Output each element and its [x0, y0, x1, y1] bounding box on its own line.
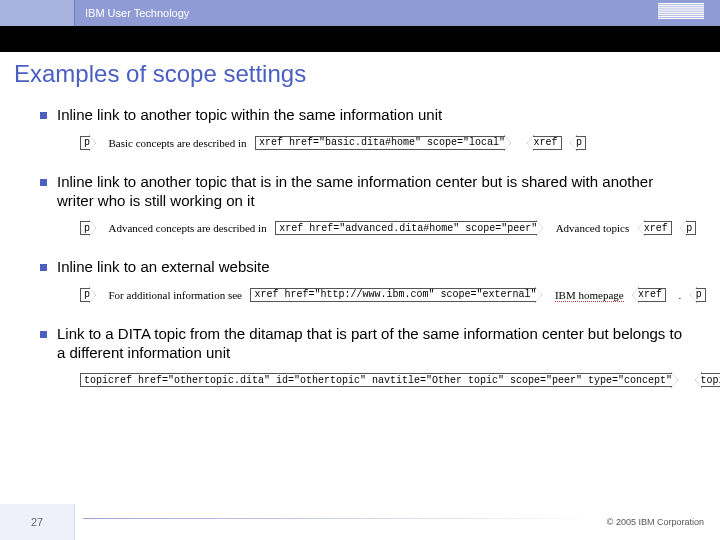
bullet-item: Link to a DITA topic from the ditamap th… — [40, 325, 692, 363]
page-title: Examples of scope settings — [0, 52, 720, 100]
code-content: IBM homepage — [555, 289, 624, 302]
tag-p-close: p — [696, 288, 706, 302]
code-row: p Basic concepts are described in xref h… — [80, 133, 692, 151]
bullet-text: Inline link to another topic within the … — [57, 106, 442, 125]
bullet-item: Inline link to another topic that is in … — [40, 173, 692, 211]
header-gutter — [0, 0, 75, 26]
svg-rect-1 — [658, 5, 704, 6]
bullet-text: Inline link to an external website — [57, 258, 270, 277]
tag-xref-open: xref href="http://www.ibm.com" scope="ex… — [250, 288, 536, 302]
svg-rect-5 — [658, 14, 704, 15]
ibm-logo — [658, 3, 720, 23]
black-strip — [0, 26, 720, 52]
copyright: © 2005 IBM Corporation — [607, 517, 720, 527]
page-number: 27 — [0, 504, 75, 540]
tag-xref-close: xref — [644, 221, 672, 235]
svg-rect-4 — [658, 11, 704, 12]
tag-p-open: p — [80, 288, 90, 302]
tag-p-close: p — [576, 136, 586, 150]
code-text: Advanced concepts are described in — [108, 222, 266, 234]
tag-p-close: p — [686, 221, 696, 235]
svg-rect-6 — [658, 16, 704, 17]
code-text: For additional information see — [108, 289, 242, 301]
tag-xref-close: xref — [533, 136, 561, 150]
footer: 27 © 2005 IBM Corporation — [0, 504, 720, 540]
tag-p-open: p — [80, 136, 90, 150]
ibm-logo-icon — [658, 3, 704, 19]
bullet-text: Link to a DITA topic from the ditamap th… — [57, 325, 692, 363]
code-row: p For additional information see xref hr… — [80, 285, 692, 303]
bullet-icon — [40, 264, 47, 271]
svg-rect-2 — [658, 7, 704, 8]
content-area: Inline link to another topic within the … — [0, 106, 720, 389]
code-text: Basic concepts are described in — [108, 137, 246, 149]
bullet-icon — [40, 112, 47, 119]
code-row: p Advanced concepts are described in xre… — [80, 218, 692, 236]
svg-rect-0 — [658, 3, 704, 4]
tag-xref-open: xref href="basic.dita#home" scope="local… — [255, 136, 505, 150]
tag-topicref-open: topicref href="othertopic.dita" id="othe… — [80, 373, 672, 387]
tag-xref-open: xref href="advanced.dita#home" scope="pe… — [275, 221, 537, 235]
header-bar: IBM User Technology — [0, 0, 720, 26]
code-dot: . — [679, 289, 682, 301]
bullet-icon — [40, 331, 47, 338]
tag-topicref-close: topicref — [701, 373, 720, 387]
footer-rule — [83, 518, 599, 519]
bullet-item: Inline link to another topic within the … — [40, 106, 692, 125]
tag-xref-close: xref — [638, 288, 666, 302]
header-title: IBM User Technology — [75, 7, 658, 19]
svg-rect-3 — [658, 9, 704, 10]
bullet-item: Inline link to an external website — [40, 258, 692, 277]
bullet-icon — [40, 179, 47, 186]
code-row: topicref href="othertopic.dita" id="othe… — [80, 371, 692, 389]
bullet-text: Inline link to another topic that is in … — [57, 173, 692, 211]
tag-p-open: p — [80, 221, 90, 235]
code-content: Advanced topics — [556, 222, 630, 234]
svg-rect-7 — [658, 18, 704, 19]
